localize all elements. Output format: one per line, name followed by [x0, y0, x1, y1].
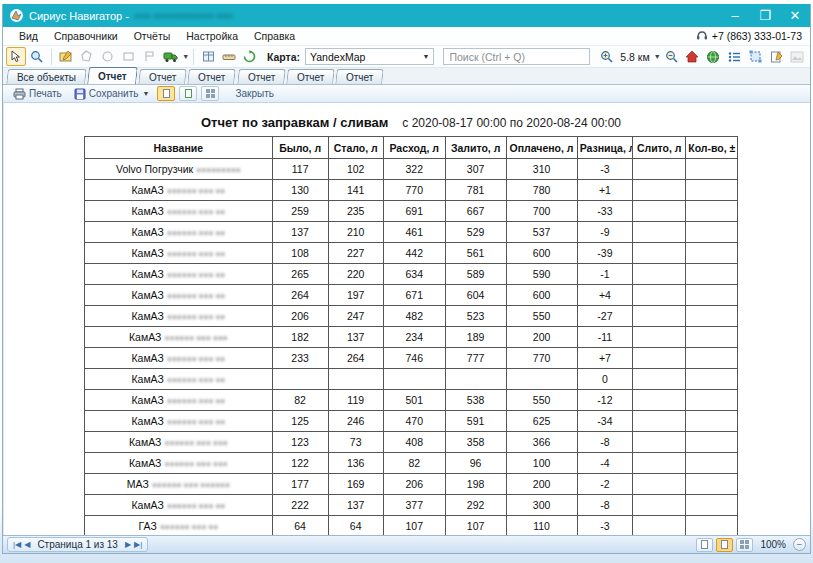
menu-item-reports[interactable]: Отчёты [126, 28, 179, 44]
selection-area-button[interactable] [745, 47, 765, 66]
refresh-button[interactable] [240, 47, 260, 66]
value-cell: -8 [577, 495, 633, 516]
circle-tool-button[interactable] [98, 47, 118, 66]
close-button[interactable]: ✕ [780, 4, 810, 27]
value-cell: -34 [577, 411, 633, 432]
value-cell [445, 369, 506, 390]
layout-single-button[interactable] [696, 538, 713, 552]
value-cell: 442 [383, 243, 445, 264]
vehicle-plate-redacted: ●●●●●● ●●● ●● [167, 186, 225, 196]
value-cell: 770 [506, 348, 577, 369]
minimize-button[interactable]: – [720, 4, 750, 27]
tab-report-5[interactable]: Отчет [286, 69, 335, 84]
print-button[interactable]: Печать [9, 87, 66, 101]
vehicle-plate-redacted: ●●●●●● ●●● ●● [167, 249, 225, 259]
map-select[interactable]: YandexMap ▼ [305, 48, 434, 65]
value-cell: 265 [272, 264, 328, 285]
value-cell: 100 [506, 453, 577, 474]
tab-report-2[interactable]: Отчет [138, 69, 187, 84]
view-multi-page-toggle[interactable] [201, 86, 219, 101]
value-cell [633, 474, 686, 495]
value-cell: 589 [445, 264, 506, 285]
vehicle-name-cell: Volvo Погрузчик ●●●●●●●●● [85, 159, 273, 180]
edit-map-button[interactable] [56, 47, 76, 66]
polygon-tool-button[interactable] [77, 47, 97, 66]
value-cell: 770 [383, 180, 445, 201]
truck-button[interactable] [160, 47, 180, 66]
edit-note-button[interactable] [766, 47, 786, 66]
value-cell [633, 264, 686, 285]
first-page-button[interactable]: |◀ [13, 540, 21, 549]
image-button[interactable] [787, 47, 807, 66]
zoom-out-button[interactable]: − [793, 538, 806, 551]
column-header: Разница, л [577, 137, 633, 159]
view-single-page-toggle[interactable] [157, 86, 175, 101]
value-cell [633, 348, 686, 369]
scale-dropdown-caret[interactable]: ▼ [654, 53, 661, 60]
layout-thumbs-button[interactable] [736, 538, 753, 552]
save-dropdown-caret[interactable]: ▼ [142, 90, 149, 97]
view-fit-page-toggle[interactable] [179, 86, 197, 101]
value-cell [633, 180, 686, 201]
zoom-tool-button[interactable] [27, 47, 47, 66]
table-row: Volvo Погрузчик ●●●●●●●●●117102322307310… [85, 159, 738, 180]
value-cell: 377 [383, 495, 445, 516]
value-cell [686, 453, 738, 474]
menu-item-settings[interactable]: Настройка [178, 28, 246, 44]
value-cell [633, 432, 686, 453]
tab-report-6[interactable]: Отчет [336, 69, 385, 84]
value-cell: +4 [577, 285, 633, 306]
vehicle-name-cell: КамАЗ ●●●●●● ●●● ●●● [85, 453, 273, 474]
rectangle-tool-button[interactable] [119, 47, 139, 66]
menu-item-directories[interactable]: Справочники [46, 28, 126, 44]
table-row: КамАЗ ●●●●●● ●●● ●●82119501538550-12 [85, 390, 738, 411]
value-cell: 206 [272, 306, 328, 327]
tab-report-active[interactable]: Отчет [87, 67, 138, 84]
home-button[interactable] [683, 47, 703, 66]
close-report-button[interactable]: Закрыть [231, 87, 278, 100]
table-row: КамАЗ ●●●●●● ●●● ●●●1221368296100-4 [85, 453, 738, 474]
value-cell: +7 [577, 348, 633, 369]
value-cell: -12 [577, 390, 633, 411]
value-cell: 691 [383, 201, 445, 222]
value-cell: 198 [445, 474, 506, 495]
tab-all-objects[interactable]: Все объекты [6, 69, 87, 84]
tab-report-4[interactable]: Отчет [237, 69, 286, 84]
zoom-in-icon[interactable] [597, 47, 617, 66]
pointer-tool-button[interactable] [6, 47, 26, 66]
vehicle-name-cell: КамАЗ ●●●●●● ●●● ●● [85, 348, 273, 369]
value-cell: 182 [272, 327, 328, 348]
menu-item-help[interactable]: Справка [246, 28, 303, 44]
layout-fit-button[interactable] [716, 538, 733, 552]
value-cell: 300 [506, 495, 577, 516]
value-cell [686, 348, 738, 369]
value-cell: 222 [272, 495, 328, 516]
vehicle-name-cell: МАЗ ●●●●●● ●●● ●●●●●● [85, 474, 273, 495]
value-cell [633, 159, 686, 180]
column-header: Кол-во, ± [686, 137, 738, 159]
value-cell: +1 [577, 180, 633, 201]
save-button[interactable]: Сохранить ▼ [70, 87, 154, 101]
column-header: Название [85, 137, 273, 159]
menu-item-view[interactable]: Вид [11, 28, 46, 44]
ruler-button[interactable] [219, 47, 239, 66]
last-page-button[interactable]: ▶| [134, 540, 142, 549]
search-input[interactable] [443, 48, 590, 65]
truck-dropdown-caret[interactable]: ▼ [182, 53, 189, 60]
grid-button[interactable] [198, 47, 218, 66]
window-title-redacted: ●●● ●●●●●●●●●●● ●●● [134, 10, 233, 21]
tabbar: Все объекты Отчет Отчет Отчет Отчет Отче… [3, 68, 810, 85]
prev-page-button[interactable]: ◀ [24, 540, 30, 549]
globe-icon[interactable] [703, 47, 723, 66]
zoom-out-icon[interactable] [662, 47, 682, 66]
vehicle-plate-redacted: ●●●●●● ●●● ●● [167, 228, 225, 238]
value-cell: -39 [577, 243, 633, 264]
tab-report-3[interactable]: Отчет [187, 69, 236, 84]
value-cell: 366 [506, 432, 577, 453]
list-button[interactable] [724, 47, 744, 66]
route-tool-button[interactable] [139, 47, 159, 66]
maximize-button[interactable]: ❐ [750, 4, 780, 27]
vehicle-name: КамАЗ [131, 352, 163, 364]
value-cell: 408 [383, 432, 445, 453]
next-page-button[interactable]: ▶ [125, 540, 131, 549]
